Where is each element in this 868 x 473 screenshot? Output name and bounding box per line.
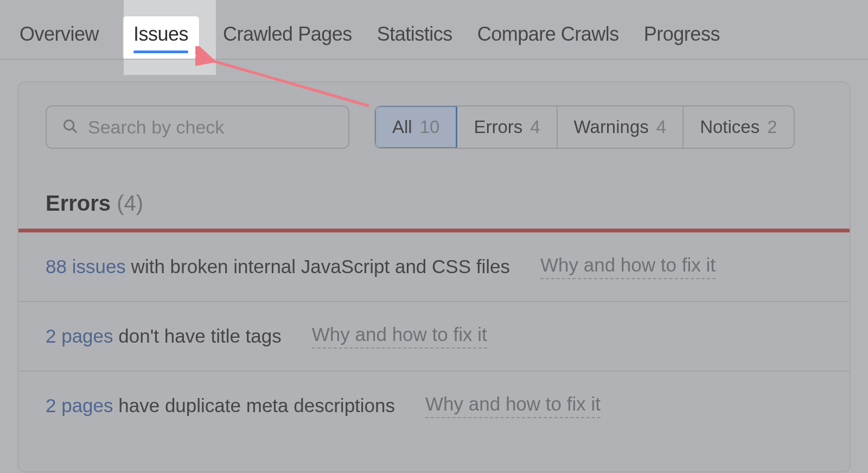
filter-errors-label: Errors bbox=[474, 117, 522, 137]
tab-crawled-pages[interactable]: Crawled Pages bbox=[222, 16, 353, 59]
fix-link[interactable]: Why and how to fix it bbox=[425, 393, 601, 418]
toolbar: All 10 Errors 4 Warnings 4 Notices 2 bbox=[18, 83, 850, 149]
tab-compare-crawls[interactable]: Compare Crawls bbox=[476, 16, 620, 59]
section-divider-error bbox=[18, 229, 850, 232]
search-box[interactable] bbox=[46, 105, 349, 149]
filter-all-label: All bbox=[392, 117, 412, 137]
filter-all-count: 10 bbox=[420, 117, 440, 137]
filter-group: All 10 Errors 4 Warnings 4 Notices 2 bbox=[374, 105, 795, 149]
tab-progress[interactable]: Progress bbox=[643, 16, 721, 59]
filter-warnings-count: 4 bbox=[656, 117, 666, 137]
section-heading-count: (4) bbox=[117, 191, 143, 215]
top-tabs: Overview Issues Crawled Pages Statistics… bbox=[0, 0, 868, 60]
tab-statistics[interactable]: Statistics bbox=[376, 16, 454, 59]
filter-warnings-label: Warnings bbox=[574, 117, 649, 137]
filter-notices-label: Notices bbox=[700, 117, 760, 137]
filter-all[interactable]: All 10 bbox=[374, 105, 457, 149]
svg-line-1 bbox=[73, 129, 76, 132]
issue-row[interactable]: 2 pages have duplicate meta descriptions… bbox=[18, 371, 850, 440]
issue-count-link[interactable]: 88 issues bbox=[46, 256, 126, 277]
section-heading-label: Errors bbox=[46, 191, 111, 215]
issue-count-link[interactable]: 2 pages bbox=[46, 325, 113, 346]
tab-overview[interactable]: Overview bbox=[18, 16, 100, 59]
issue-description: have duplicate meta descriptions bbox=[113, 395, 395, 416]
search-icon bbox=[62, 118, 78, 136]
filter-errors-count: 4 bbox=[530, 117, 540, 137]
section-heading-errors: Errors (4) bbox=[18, 149, 850, 229]
issue-text: 88 issues with broken internal JavaScrip… bbox=[46, 256, 510, 278]
filter-notices-count: 2 bbox=[767, 117, 777, 137]
issue-text: 2 pages have duplicate meta descriptions bbox=[46, 395, 395, 417]
issue-description: with broken internal JavaScript and CSS … bbox=[126, 256, 510, 277]
issues-panel: All 10 Errors 4 Warnings 4 Notices 2 Err… bbox=[17, 81, 851, 472]
issue-description: don't have title tags bbox=[113, 325, 282, 346]
filter-warnings[interactable]: Warnings 4 bbox=[558, 106, 684, 148]
tab-issues[interactable]: Issues bbox=[123, 16, 199, 59]
issue-row[interactable]: 2 pages don't have title tags Why and ho… bbox=[18, 302, 850, 371]
issue-row[interactable]: 88 issues with broken internal JavaScrip… bbox=[18, 232, 850, 302]
filter-notices[interactable]: Notices 2 bbox=[684, 106, 793, 148]
search-input[interactable] bbox=[88, 117, 333, 138]
fix-link[interactable]: Why and how to fix it bbox=[540, 254, 716, 279]
issue-text: 2 pages don't have title tags bbox=[46, 325, 282, 347]
filter-errors[interactable]: Errors 4 bbox=[457, 106, 557, 148]
fix-link[interactable]: Why and how to fix it bbox=[312, 324, 487, 349]
issue-count-link[interactable]: 2 pages bbox=[46, 395, 113, 416]
